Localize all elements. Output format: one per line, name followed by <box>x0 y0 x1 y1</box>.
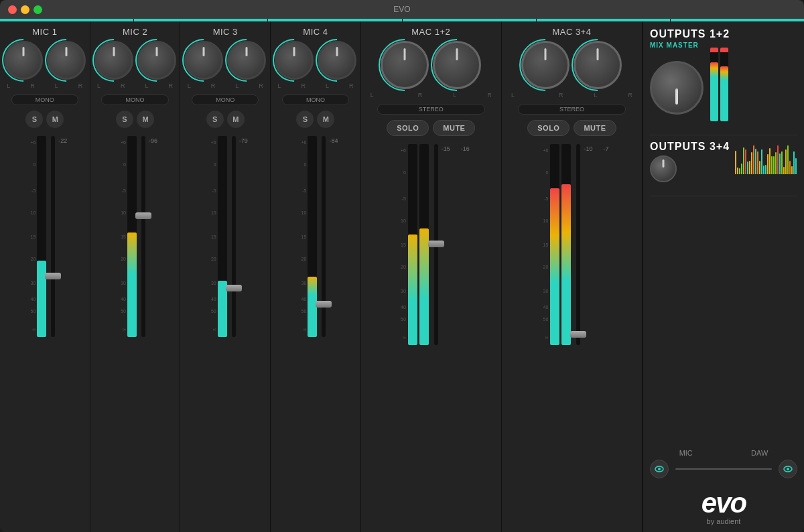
mic4-mute-button[interactable]: M <box>317 111 334 128</box>
mic1-solo-button[interactable]: S <box>25 111 43 128</box>
mac12-knob-pair <box>381 41 481 89</box>
mic1-lr-labels: LR LR <box>7 82 82 89</box>
mac34-fader-handle[interactable] <box>570 331 586 338</box>
mac34-fader-rail <box>576 144 580 345</box>
divider2 <box>650 196 797 196</box>
mic4-fader-area: +6 0 -5 10 15 20 30 40 50 ∞ <box>273 131 358 527</box>
mic4-fader-rail <box>322 136 326 337</box>
channel-mic3: MIC 3 LR LR MONO S M +6 <box>180 21 271 532</box>
daw-visibility-button[interactable] <box>779 460 797 478</box>
mic2-meter-l <box>127 136 137 337</box>
mic2-label: MIC 2 <box>123 27 147 37</box>
close-button[interactable] <box>8 5 17 14</box>
mic3-solo-button[interactable]: S <box>206 111 224 128</box>
evo-logo: evo by audient <box>650 489 797 525</box>
mac12-solo-mute: SOLO MUTE <box>387 120 475 136</box>
mic4-mode: MONO <box>282 94 350 105</box>
title-bar: EVO <box>0 0 804 19</box>
mic1-fader-handle[interactable] <box>45 273 61 279</box>
mac34-solo-mute: SOLO MUTE <box>527 120 616 136</box>
divider1 <box>650 135 797 135</box>
mic2-mode: MONO <box>101 94 169 105</box>
mac34-mode: STEREO <box>518 104 626 115</box>
mic4-solo-button[interactable]: S <box>296 111 314 128</box>
mac12-lr-labels: LR LR <box>371 92 492 98</box>
mic1-label: MIC 1 <box>32 27 57 37</box>
svg-point-1 <box>658 468 661 470</box>
mic1-knob-r[interactable] <box>47 41 86 80</box>
mic3-mode: MONO <box>192 94 259 105</box>
mac12-fader-handle[interactable] <box>428 241 444 247</box>
outputs12-knob[interactable] <box>650 61 704 115</box>
mic2-scale: +6 0 -5 10 15 20 30 40 50 ∞ <box>113 136 126 337</box>
mac34-solo-button[interactable]: SOLO <box>527 120 570 136</box>
daw-label: DAW <box>751 449 768 457</box>
mic4-knob-l[interactable] <box>275 41 314 80</box>
mic3-knob-r[interactable] <box>227 41 266 80</box>
mic3-fader[interactable] <box>228 136 239 337</box>
outputs12-meter-r <box>720 48 728 121</box>
mic1-fader-rail <box>51 136 55 337</box>
mac34-meter-l <box>550 144 559 345</box>
evo-text: evo <box>650 489 797 517</box>
mac12-mute-button[interactable]: MUTE <box>433 120 475 136</box>
mic3-value: -79 <box>239 137 248 144</box>
mic2-fader[interactable] <box>138 136 149 337</box>
mic1-sm-buttons: S M <box>25 111 64 128</box>
mac12-knob-r[interactable] <box>433 41 481 89</box>
mic4-value: -84 <box>329 137 338 144</box>
mac12-values: -15 -16 <box>442 144 470 152</box>
mic4-sm-buttons: S M <box>296 111 334 128</box>
mic3-fader-handle[interactable] <box>226 285 242 291</box>
outputs34-knob[interactable] <box>650 155 677 182</box>
mic4-fader[interactable] <box>318 136 329 337</box>
mic2-knob-r[interactable] <box>137 41 176 80</box>
mac34-fader-area: +6 0 -5 10 15 20 30 40 50 ∞ <box>505 139 639 527</box>
mic1-fader-area: +6 0 -5 10 15 20 30 40 50 ∞ <box>3 131 87 527</box>
channel-mic1: MIC 1 LR LR MONO S M +6 <box>0 21 90 532</box>
minimize-button[interactable] <box>21 5 29 14</box>
mac12-value-r: -16 <box>461 145 470 152</box>
mic-visibility-button[interactable] <box>650 460 669 478</box>
mic3-knob-l[interactable] <box>184 41 223 80</box>
mic2-fader-handle[interactable] <box>135 212 151 219</box>
mic1-meter-l <box>37 136 46 337</box>
mic-label: MIC <box>679 449 693 457</box>
mac34-values: -10 -7 <box>584 144 608 152</box>
mac34-fader[interactable] <box>573 144 584 345</box>
mic1-fader[interactable] <box>48 136 58 337</box>
mac12-fader-area: +6 0 -5 10 15 20 30 40 50 ∞ <box>364 139 498 527</box>
mic4-knob-r[interactable] <box>318 41 356 80</box>
mac34-value-l: -10 <box>584 145 592 152</box>
mac12-fader[interactable] <box>431 144 442 345</box>
mic3-mute-button[interactable]: M <box>227 111 245 128</box>
mac34-knob-r[interactable] <box>574 41 622 89</box>
mic2-knob-l[interactable] <box>94 41 133 80</box>
mic2-mute-button[interactable]: M <box>137 111 154 128</box>
mic3-label: MIC 3 <box>213 27 238 37</box>
mic1-knob-l[interactable] <box>4 41 43 80</box>
mac12-value-l: -15 <box>442 145 450 152</box>
mac12-meter-l <box>408 144 417 345</box>
mic1-mute-button[interactable]: M <box>46 111 64 128</box>
mac34-value-r: -7 <box>603 145 608 152</box>
mic3-knob-pair <box>184 41 266 80</box>
mic2-lr-labels: LR LR <box>97 82 173 89</box>
mic1-knob-r-container <box>47 41 86 80</box>
by-audient: by audient <box>650 517 797 525</box>
mic3-scale: +6 0 -5 10 15 20 30 40 50 ∞ <box>203 136 216 337</box>
mic3-sm-buttons: S M <box>206 111 245 128</box>
svg-point-3 <box>787 468 789 470</box>
mic2-solo-button[interactable]: S <box>116 111 133 128</box>
mic1-mode: MONO <box>11 94 79 105</box>
mic3-lr-labels: LR LR <box>188 82 263 89</box>
mic4-fader-handle[interactable] <box>316 301 332 308</box>
outputs12-title: OUTPUTS 1+2 <box>650 28 797 40</box>
window-controls[interactable] <box>8 5 42 14</box>
channel-mic2: MIC 2 LR LR MONO S M +6 <box>90 21 181 532</box>
maximize-button[interactable] <box>34 5 42 14</box>
mac34-knob-l[interactable] <box>521 41 570 89</box>
mac34-mute-button[interactable]: MUTE <box>574 120 616 136</box>
mac12-knob-l[interactable] <box>381 41 429 89</box>
mac12-solo-button[interactable]: SOLO <box>387 120 429 136</box>
